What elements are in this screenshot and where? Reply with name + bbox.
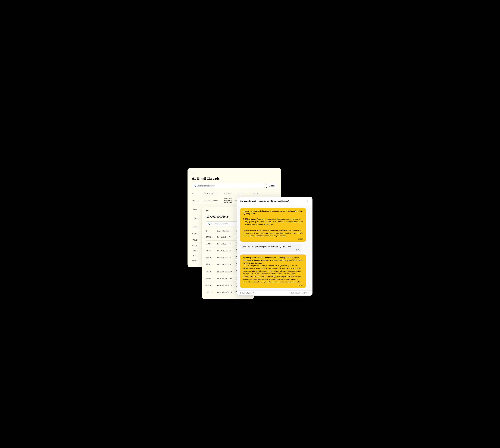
conv-col-id: ID bbox=[206, 230, 217, 232]
dialog-body: ensuring that all generated documents me… bbox=[237, 205, 312, 290]
email-search-box[interactable]: 🔍 bbox=[192, 184, 265, 188]
message-time: 8:35 PM bbox=[242, 249, 300, 251]
col-email: Email bbox=[254, 192, 277, 194]
message-bubble-ai-2: Absolutely, our Document Generation and … bbox=[240, 255, 306, 288]
message-text: Absolutely, our Document Generation and … bbox=[242, 256, 304, 283]
close-button[interactable]: × bbox=[306, 199, 309, 203]
scene: All Email Threads 🔍 Export ID Latest Mes… bbox=[188, 168, 312, 280]
col-id: ID bbox=[192, 192, 204, 194]
message-time: 8:35 PM bbox=[242, 284, 304, 286]
col-summary: Summary bbox=[224, 192, 238, 194]
dialog-footer: h.ahmed@zue.ai ✉ GoKQsKzav5-L9aVIRB1B8 bbox=[237, 290, 312, 295]
email-icon: ✉ bbox=[253, 292, 254, 294]
sidebar-toggle[interactable] bbox=[192, 172, 195, 174]
col-name: Name bbox=[238, 192, 254, 194]
conv-search-icon: 🔍 bbox=[207, 223, 210, 225]
email-export-button[interactable]: Export bbox=[266, 184, 277, 188]
message-text: does it work with password-protected for… bbox=[242, 245, 300, 248]
dialog-title: Conversation with Hassan Ahmed (h.ahmed@… bbox=[240, 200, 289, 202]
email-search-input[interactable] bbox=[197, 185, 263, 187]
footer-email: h.ahmed@zue.ai ✉ bbox=[240, 292, 254, 294]
search-icon: 🔍 bbox=[194, 185, 196, 187]
message-bubble-ai-1: ensuring that all generated documents me… bbox=[240, 208, 306, 242]
conversation-dialog: Conversation with Hassan Ahmed (h.ahmed@… bbox=[237, 197, 312, 296]
message-bubble-user: does it work with password-protected for… bbox=[240, 244, 302, 252]
email-table-header: ID Latest Message Summary Name Email bbox=[192, 191, 277, 195]
email-panel-title: All Email Threads bbox=[192, 176, 277, 180]
conv-col-latest[interactable]: Latest Message bbox=[217, 230, 236, 232]
col-latest-message[interactable]: Latest Message bbox=[204, 192, 224, 194]
conv-search-input[interactable] bbox=[211, 223, 236, 225]
footer-id: GoKQsKzav5-L9aVIRB1B8 bbox=[291, 292, 309, 294]
dialog-header: Conversation with Hassan Ahmed (h.ahmed@… bbox=[237, 197, 312, 205]
message-time: 8:35 PM bbox=[242, 238, 304, 240]
message-text: ensuring that all generated documents me… bbox=[242, 210, 304, 237]
conv-sidebar-toggle[interactable] bbox=[206, 210, 208, 212]
conv-search-box[interactable]: 🔍 bbox=[206, 222, 238, 226]
email-toolbar: 🔍 Export bbox=[192, 184, 277, 188]
